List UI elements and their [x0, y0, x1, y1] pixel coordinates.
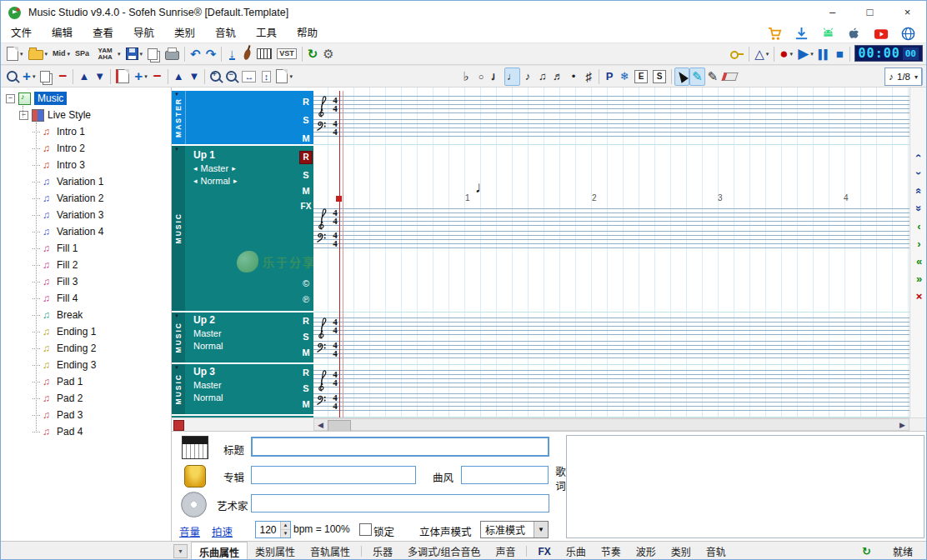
- marker-tool-button[interactable]: ✎: [689, 68, 705, 86]
- tree-item-break[interactable]: Break: [33, 307, 171, 323]
- measure-marker-button[interactable]: [113, 68, 132, 86]
- track-name[interactable]: Up 3: [185, 364, 298, 378]
- instrument-button[interactable]: [254, 45, 274, 63]
- lyrics-box[interactable]: [566, 435, 924, 538]
- track-name[interactable]: Up 2: [185, 312, 298, 326]
- tree-item-variation-1[interactable]: Variation 1: [33, 173, 171, 190]
- mute-button[interactable]: M: [302, 399, 309, 409]
- music-strip[interactable]: ▼ MUSIC: [172, 312, 185, 362]
- apple-icon[interactable]: [847, 26, 862, 42]
- undo-button[interactable]: ↶: [188, 45, 203, 63]
- move-up-button[interactable]: ▲: [76, 68, 92, 86]
- metronome-button[interactable]: △ ▾: [752, 45, 771, 63]
- title-input[interactable]: [251, 437, 549, 457]
- menu-navigate[interactable]: 导航: [123, 24, 164, 42]
- pause-button[interactable]: ▌▌: [816, 45, 833, 63]
- store-cart-icon[interactable]: [767, 26, 783, 42]
- tree-item-pad-4[interactable]: Pad 4: [33, 423, 171, 440]
- freeze-button[interactable]: ❄: [617, 68, 632, 86]
- loop-region-button[interactable]: [173, 420, 184, 431]
- duplicate-button[interactable]: [38, 68, 55, 86]
- yamaha-style-button[interactable]: YAM AHA ▾: [92, 45, 123, 63]
- next-arrow-icon[interactable]: ▸: [233, 177, 238, 185]
- midi-button[interactable]: Mid ▾: [50, 45, 73, 63]
- move-down-button[interactable]: ▼: [92, 68, 108, 86]
- copyright-icon[interactable]: ©: [303, 278, 309, 288]
- tab-sound[interactable]: 声音: [488, 542, 523, 560]
- scroll-down-button[interactable]: ›: [913, 166, 926, 181]
- scrollbar-thumb[interactable]: [328, 420, 351, 432]
- score-area[interactable]: 44 44 1234 ♩ 44 44 44 44: [313, 88, 909, 418]
- tree-item-intro-2[interactable]: Intro 2: [33, 140, 171, 157]
- solo-button[interactable]: S: [303, 170, 308, 180]
- zoom-in-button[interactable]: [208, 68, 223, 86]
- fit-width-button[interactable]: ↔: [239, 68, 258, 86]
- collapse-triangle-icon[interactable]: ▼: [174, 313, 179, 318]
- menu-help[interactable]: 帮助: [287, 24, 328, 42]
- lock-checkbox[interactable]: [359, 523, 372, 536]
- search-button[interactable]: [4, 68, 20, 86]
- android-icon[interactable]: [820, 26, 836, 42]
- settings-button[interactable]: ⚙: [320, 45, 336, 63]
- tab-category-properties[interactable]: 类别属性: [248, 542, 303, 560]
- track-normal-row[interactable]: ◂ Normal ▸: [185, 173, 298, 186]
- open-file-button[interactable]: ▾: [26, 45, 51, 63]
- genre-input[interactable]: [461, 466, 549, 484]
- tab-instrument[interactable]: 乐器: [365, 542, 400, 560]
- tempo-spinner[interactable]: ▲ ▼: [255, 521, 291, 538]
- print-button[interactable]: [163, 45, 182, 63]
- thirtysecond-note-button[interactable]: ♬: [550, 68, 566, 86]
- stop-button[interactable]: ■: [832, 45, 847, 63]
- tab-rhythm[interactable]: 节奏: [594, 542, 629, 560]
- master-track-header[interactable]: ▼ MASTER R S M: [172, 91, 313, 144]
- tree-item-intro-3[interactable]: Intro 3: [33, 157, 171, 173]
- eighth-note-button[interactable]: ♪: [520, 68, 535, 86]
- solo-button[interactable]: S: [303, 383, 308, 393]
- record-arm-button[interactable]: R: [303, 368, 309, 378]
- music-strip[interactable]: ▼ MUSIC: [172, 146, 185, 311]
- tree-item-ending-3[interactable]: Ending 3: [33, 357, 171, 373]
- refresh-button[interactable]: ↻: [305, 45, 321, 63]
- fx-button[interactable]: FX: [301, 202, 312, 211]
- half-note-button[interactable]: ♩: [489, 68, 504, 86]
- menu-category[interactable]: 类别: [164, 24, 205, 42]
- pointer-tool-button[interactable]: [674, 68, 689, 86]
- pedal-button[interactable]: P: [602, 68, 617, 86]
- mute-button[interactable]: M: [302, 348, 309, 358]
- volume-link[interactable]: 音量: [179, 523, 200, 539]
- page-layout-button[interactable]: ▾: [273, 68, 295, 86]
- score-note[interactable]: ♩: [475, 178, 491, 197]
- track-normal-row[interactable]: Normal: [185, 338, 298, 351]
- add-item-button[interactable]: + ▾: [20, 68, 38, 86]
- redo-button[interactable]: ↷: [203, 45, 219, 63]
- record-arm-button[interactable]: R: [299, 151, 313, 164]
- scroll-left-arrow[interactable]: ◀: [314, 421, 327, 429]
- tab-category[interactable]: 类别: [664, 542, 699, 560]
- pencil-tool-button[interactable]: ✎: [705, 68, 721, 86]
- tree-item-fill-3[interactable]: Fill 3: [33, 273, 171, 290]
- tree-item-ending-1[interactable]: Ending 1: [33, 323, 171, 340]
- event-mode-button[interactable]: E: [632, 68, 650, 86]
- master-strip[interactable]: ▼ MASTER: [172, 91, 186, 144]
- delete-item-button[interactable]: −: [55, 68, 70, 86]
- track-master-row[interactable]: Master: [185, 326, 298, 338]
- menu-view[interactable]: 查看: [83, 24, 123, 42]
- tree-item-fill-4[interactable]: Fill 4: [33, 290, 171, 307]
- track-name[interactable]: Up 1: [185, 146, 298, 161]
- tree-item-pad-3[interactable]: Pad 3: [33, 407, 171, 423]
- up1-track-header[interactable]: ▼ MUSIC Up 1 ◂ Master ▸ ◂ Normal ▸ R S: [172, 146, 313, 311]
- solo-button[interactable]: S: [303, 332, 308, 342]
- playhead-line[interactable]: [339, 91, 340, 418]
- stereo-mode-select[interactable]: 标准模式 ▼: [480, 521, 549, 538]
- record-arm-button[interactable]: R: [303, 316, 309, 326]
- tree-item-fill-2[interactable]: Fill 2: [33, 257, 171, 273]
- import-button[interactable]: ↓: [224, 45, 239, 63]
- tree-item-ending-2[interactable]: Ending 2: [33, 340, 171, 357]
- eraser-tool-button[interactable]: [720, 68, 739, 86]
- tree-item-pad-2[interactable]: Pad 2: [33, 390, 171, 407]
- tab-scroll-button[interactable]: ▼: [173, 544, 188, 558]
- record-button[interactable]: ● ▾: [777, 45, 795, 63]
- next-arrow-icon[interactable]: ▸: [232, 164, 236, 172]
- tree-item-variation-3[interactable]: Variation 3: [33, 207, 171, 223]
- expander-icon[interactable]: [19, 111, 28, 120]
